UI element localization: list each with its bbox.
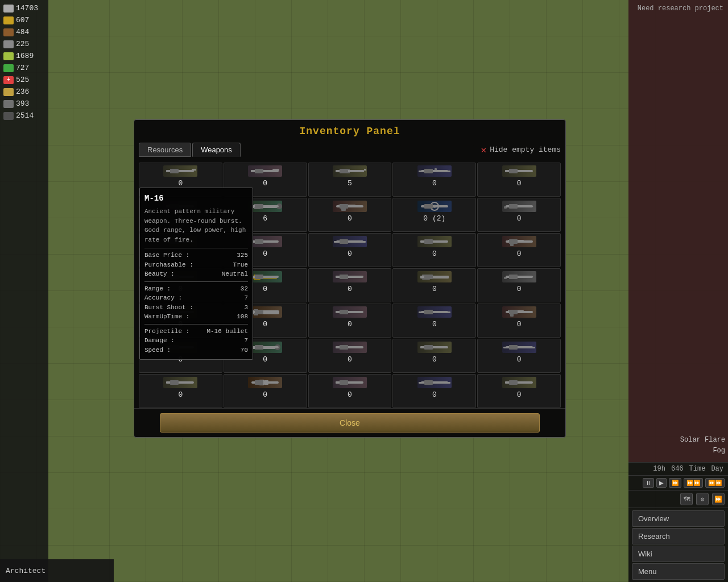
resource-value-stone: 225 bbox=[16, 40, 29, 48]
weapon-icon-9 bbox=[502, 201, 536, 212]
right-panel: Need research project Solar Flare Fog 19… bbox=[628, 0, 728, 582]
weapon-cell-2[interactable]: 5 bbox=[308, 163, 392, 197]
weapon-icon-24 bbox=[502, 306, 536, 318]
weapon-count-12: 0 bbox=[348, 250, 352, 258]
range-label: Range : bbox=[144, 284, 171, 294]
weapon-icon-8 bbox=[417, 201, 452, 212]
svg-rect-31 bbox=[420, 240, 446, 243]
svg-point-22 bbox=[433, 205, 436, 208]
resource-value-ammo: 236 bbox=[16, 88, 29, 96]
weapon-icon-31 bbox=[248, 377, 282, 388]
weapon-cell-33[interactable]: 0 bbox=[392, 374, 476, 408]
weapon-cell-30[interactable]: 0 bbox=[139, 374, 222, 408]
weapon-count-17: 0 bbox=[348, 285, 352, 293]
character-name: Architect bbox=[6, 567, 46, 575]
svg-point-58 bbox=[275, 344, 280, 350]
weapon-cell-31[interactable]: 0 bbox=[224, 374, 307, 408]
resource-bar: 14703 607 484 225 1689 727 + 525 236 393… bbox=[0, 0, 48, 582]
weapon-icon-29 bbox=[502, 342, 536, 353]
resource-item-herb: 727 bbox=[2, 63, 46, 73]
weapon-cell-19[interactable]: 0 bbox=[477, 268, 561, 302]
resource-value-food: 1689 bbox=[16, 52, 34, 60]
tooltip-warmup: WarmUpTime : 108 bbox=[144, 312, 248, 322]
weapon-cell-8[interactable]: 0 (2) bbox=[392, 198, 476, 232]
overview-button[interactable]: Overview bbox=[632, 510, 725, 527]
resource-item-med: + 525 bbox=[2, 74, 46, 85]
weapon-icon-12 bbox=[333, 236, 367, 247]
settings-icon-btn[interactable]: ⚙ bbox=[696, 493, 709, 505]
fastest-btn[interactable]: ⏩⏩ bbox=[705, 478, 725, 488]
weapon-cell-7[interactable]: 0 bbox=[308, 198, 392, 232]
svg-rect-9 bbox=[419, 171, 450, 172]
weapon-cell-12[interactable]: 0 bbox=[308, 233, 392, 267]
resource-value-misc: 393 bbox=[16, 99, 29, 108]
weapon-cell-24[interactable]: 0 bbox=[477, 304, 561, 338]
weapon-cell-23[interactable]: 0 bbox=[392, 304, 476, 338]
pause-btn[interactable]: ⏸ bbox=[643, 478, 654, 488]
svg-point-21 bbox=[431, 202, 439, 210]
resource-item-food: 1689 bbox=[2, 51, 46, 61]
map-icon-btn[interactable]: 🗺 bbox=[680, 493, 693, 505]
weapon-cell-28[interactable]: 0 bbox=[392, 339, 476, 373]
svg-rect-1 bbox=[172, 169, 177, 173]
weapon-icon-30 bbox=[163, 377, 197, 388]
menu-button[interactable]: Menu bbox=[632, 563, 725, 580]
tooltip-description: Ancient pattern military weapon. Three-r… bbox=[144, 207, 248, 244]
research-button[interactable]: Research bbox=[632, 528, 725, 544]
close-button[interactable]: Close bbox=[160, 413, 540, 433]
svg-rect-19 bbox=[338, 205, 355, 207]
wiki-button[interactable]: Wiki bbox=[632, 546, 725, 562]
weapon-icon-6 bbox=[248, 201, 282, 212]
svg-rect-29 bbox=[334, 241, 366, 243]
svg-rect-41 bbox=[420, 276, 449, 278]
svg-rect-68 bbox=[264, 380, 268, 385]
herb-icon bbox=[3, 64, 14, 72]
weapon-count-29: 0 bbox=[517, 355, 522, 364]
weapon-cell-14[interactable]: 0 bbox=[477, 233, 561, 267]
warmup-label: WarmUpTime : bbox=[144, 312, 189, 322]
weapon-cell-22[interactable]: 0 bbox=[308, 304, 392, 338]
weather-info: Solar Flare Fog bbox=[680, 435, 725, 456]
weapon-count-8: 0 (2) bbox=[423, 214, 445, 223]
weapon-cell-3[interactable]: 0 bbox=[392, 163, 476, 197]
svg-rect-61 bbox=[420, 346, 446, 348]
weapon-count-31: 0 bbox=[263, 390, 267, 399]
food-icon bbox=[3, 52, 14, 60]
weapon-cell-17[interactable]: 0 bbox=[308, 268, 392, 302]
weapon-cell-18[interactable]: 0 bbox=[392, 268, 476, 302]
svg-rect-74 bbox=[505, 381, 531, 384]
svg-rect-5 bbox=[272, 169, 279, 171]
weapon-icon-11 bbox=[248, 236, 282, 247]
svg-rect-60 bbox=[340, 345, 344, 350]
svg-rect-38 bbox=[254, 275, 260, 280]
svg-rect-44 bbox=[504, 277, 507, 279]
weapon-icon-26 bbox=[248, 342, 282, 353]
tab-resources[interactable]: Resources bbox=[139, 143, 191, 157]
weapon-cell-13[interactable]: 0 bbox=[392, 233, 476, 267]
resource-item-ammo: 236 bbox=[2, 86, 46, 97]
projectile-value: M-16 bullet bbox=[206, 327, 248, 336]
weapon-cell-27[interactable]: 0 bbox=[308, 339, 392, 373]
ammo-icon bbox=[3, 88, 14, 96]
weapon-cell-9[interactable]: 0 bbox=[477, 198, 561, 232]
alert-icon-btn[interactable]: ⏩ bbox=[712, 493, 725, 505]
weapon-count-2: 5 bbox=[348, 179, 352, 188]
svg-rect-33 bbox=[508, 240, 524, 243]
hide-empty-toggle[interactable]: ✕ Hide empty items bbox=[481, 144, 561, 156]
tab-weapons[interactable]: Weapons bbox=[192, 143, 241, 157]
time-value: 19h bbox=[653, 465, 665, 473]
play-btn[interactable]: ▶ bbox=[656, 478, 667, 488]
svg-rect-0 bbox=[166, 170, 192, 172]
svg-rect-30 bbox=[343, 240, 346, 244]
weapon-icon-13 bbox=[417, 236, 452, 247]
weapon-cell-29[interactable]: 0 bbox=[477, 339, 561, 373]
svg-rect-34 bbox=[510, 242, 514, 246]
burst-label: Burst Shoot : bbox=[144, 303, 193, 313]
tooltip-beauty: Beauty : Neutral bbox=[144, 269, 248, 279]
weapon-cell-4[interactable]: 0 bbox=[477, 163, 561, 197]
weapon-cell-32[interactable]: 0 bbox=[308, 374, 392, 408]
faster-btn[interactable]: ⏩⏩ bbox=[684, 478, 703, 488]
weapon-cell-34[interactable]: 0 bbox=[477, 374, 561, 408]
svg-rect-53 bbox=[508, 310, 524, 313]
fast-btn[interactable]: ⏩ bbox=[669, 478, 681, 488]
